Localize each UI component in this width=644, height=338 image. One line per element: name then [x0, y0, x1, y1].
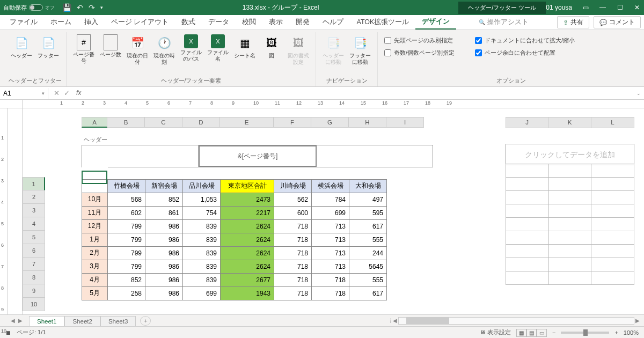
title-bar: 自動保存 オフ 💾 ↶ ↷ ▾ 133.xlsx - グループ - Excel …	[0, 0, 644, 15]
tab-atok[interactable]: ATOK拡張ツール	[350, 16, 415, 29]
data-table-2[interactable]	[506, 164, 634, 285]
quick-access-toolbar: 💾 ↶ ↷ ▾	[62, 3, 103, 12]
header-edit-area-2[interactable]: クリックしてデータを追加	[506, 144, 634, 165]
share-button[interactable]: ⇪共有	[557, 16, 589, 28]
header-button[interactable]: 📄ヘッダー	[9, 33, 34, 60]
tell-me[interactable]: 操作アシスト	[472, 16, 535, 29]
tab-nav[interactable]: ◀▶	[11, 318, 23, 324]
maximize-icon[interactable]: ☐	[616, 4, 624, 11]
tab-view[interactable]: 表示	[262, 16, 289, 29]
add-sheet-button[interactable]: +	[140, 316, 151, 326]
date-button[interactable]: 📅現在の日付	[125, 33, 150, 67]
tab-file[interactable]: ファイル	[3, 16, 44, 29]
save-icon[interactable]: 💾	[62, 3, 71, 12]
sheet-tab-1[interactable]: Sheet1	[29, 316, 64, 326]
formula-bar: A1 ✕ ✓ fx ⌄	[0, 87, 644, 100]
display-settings[interactable]: 🖥 表示設定	[480, 328, 511, 336]
horizontal-scrollbar[interactable]	[398, 317, 634, 325]
enter-icon[interactable]: ✓	[64, 89, 70, 97]
picture-button[interactable]: 🖼図	[259, 33, 284, 60]
goto-footer-button[interactable]: 📑フッターに移動	[347, 33, 373, 67]
opt-first-page[interactable]: 先頭ページのみ別指定	[384, 36, 455, 45]
undo-icon[interactable]: ↶	[77, 3, 83, 12]
pagecount-button[interactable]: ページ数	[98, 33, 123, 59]
filename-button[interactable]: Xファイル名	[205, 33, 231, 63]
tab-layout[interactable]: ページ レイアウト	[105, 16, 175, 29]
footer-button[interactable]: 📄フッター	[35, 33, 61, 60]
tab-review[interactable]: 校閲	[236, 16, 262, 29]
tab-design[interactable]: デザイン	[415, 15, 456, 30]
horizontal-ruler: 12345678910111213141516171819	[0, 100, 644, 108]
comment-button[interactable]: 💬コメント	[594, 16, 641, 28]
split-handle[interactable]: ⁞	[390, 317, 392, 325]
sheet-tab-3[interactable]: Sheet3	[100, 316, 136, 326]
ribbon: 📄ヘッダー 📄フッター ヘッダーとフッター #ページ番号 ページ数 📅現在の日付…	[0, 30, 644, 87]
page-1: ヘッダー &[ページ番号] 竹橋会場新宿会場品川会場東京地区合計川崎会場横浜会場…	[82, 136, 433, 300]
fx-icon[interactable]: fx	[76, 89, 81, 97]
zoom-out-icon[interactable]: −	[552, 329, 555, 336]
status-bar: ⏹ ページ: 1/1 🖥 表示設定 ▦▤▭ − + 100%	[0, 326, 644, 338]
tab-developer[interactable]: 開発	[289, 16, 316, 29]
header-center[interactable]: &[ページ番号]	[199, 145, 317, 167]
group-label-hf: ヘッダーとフッター	[9, 76, 62, 86]
tab-home[interactable]: ホーム	[44, 16, 78, 29]
opt-odd-even[interactable]: 奇数/偶数ページ別指定	[384, 49, 455, 57]
format-picture-button: 🖼図の書式設定	[286, 33, 311, 67]
tab-insert[interactable]: 挿入	[78, 16, 105, 29]
close-icon[interactable]: ✕	[633, 4, 641, 11]
column-headers[interactable]: ABCDEFGHI	[82, 117, 424, 128]
time-button[interactable]: 🕐現在の時刻	[151, 33, 177, 67]
autosave-toggle[interactable]: 自動保存 オフ	[3, 4, 55, 12]
opt-align[interactable]: ページ余白に合わせて配置	[475, 49, 575, 57]
window-title: 133.xlsx - グループ - Excel	[103, 3, 458, 12]
header-left[interactable]	[82, 145, 199, 167]
filepath-button[interactable]: Xファイルのパス	[178, 33, 204, 63]
expand-formula-icon[interactable]: ⌄	[633, 91, 644, 96]
zoom-level[interactable]: 100%	[624, 329, 639, 336]
data-table[interactable]: 竹橋会場新宿会場品川会場東京地区合計川崎会場横浜会場大和会場10月5688521…	[82, 166, 387, 300]
ribbon-tabs: ファイル ホーム 挿入 ページ レイアウト 数式 データ 校閲 表示 開発 ヘル…	[0, 15, 644, 30]
formula-input[interactable]	[86, 89, 633, 97]
sheetname-button[interactable]: ▦シート名	[232, 33, 258, 60]
ribbon-options-icon[interactable]: ▭	[582, 4, 589, 11]
user-name[interactable]: 01 yousa	[546, 4, 572, 11]
group-label-elements: ヘッダー/フッター要素	[71, 76, 311, 86]
header-label: ヘッダー	[84, 136, 433, 144]
tab-help[interactable]: ヘルプ	[316, 16, 350, 29]
header-right[interactable]	[317, 145, 433, 167]
qat-more-icon[interactable]: ▾	[100, 5, 103, 10]
status-page: ページ: 1/1	[17, 328, 46, 336]
row-headers[interactable]: 12345678910	[23, 177, 45, 311]
contextual-tab-label: ヘッダー/フッター ツール	[458, 2, 546, 14]
group-label-nav: ナビゲーション	[320, 76, 373, 86]
view-buttons[interactable]: ▦▤▭	[516, 329, 547, 336]
name-box[interactable]: A1	[0, 88, 48, 99]
group-label-options: オプション	[382, 76, 640, 86]
zoom-in-icon[interactable]: +	[614, 329, 618, 336]
page-2: クリックしてデータを追加	[506, 136, 634, 285]
pagenum-button[interactable]: #ページ番号	[71, 33, 97, 65]
opt-scale[interactable]: ドキュメントに合わせて拡大/縮小	[475, 36, 575, 45]
redo-icon[interactable]: ↷	[89, 3, 95, 12]
tab-formulas[interactable]: 数式	[175, 16, 202, 29]
zoom-slider[interactable]	[561, 332, 609, 334]
sheet-canvas[interactable]: ABCDEFGHI JKL 12345678910 ヘッダー &[ページ番号] …	[23, 108, 644, 314]
tab-data[interactable]: データ	[202, 16, 236, 29]
header-placeholder[interactable]: クリックしてデータを追加	[506, 144, 634, 166]
sheet-tab-bar: ◀▶ Sheet1 Sheet2 Sheet3 + ⁞ ◀ ▶	[0, 314, 644, 326]
header-edit-area[interactable]: &[ページ番号]	[82, 145, 433, 167]
cancel-icon[interactable]: ✕	[54, 89, 60, 97]
worksheet-area: 12345678910 ABCDEFGHI JKL 12345678910 ヘッ…	[0, 108, 644, 314]
vertical-ruler: 12345678910	[0, 108, 8, 314]
minimize-icon[interactable]: —	[599, 4, 606, 11]
column-headers-2[interactable]: JKL	[506, 117, 634, 128]
goto-header-button: 📑ヘッダーに移動	[320, 33, 346, 67]
sheet-tab-2[interactable]: Sheet2	[64, 316, 100, 326]
